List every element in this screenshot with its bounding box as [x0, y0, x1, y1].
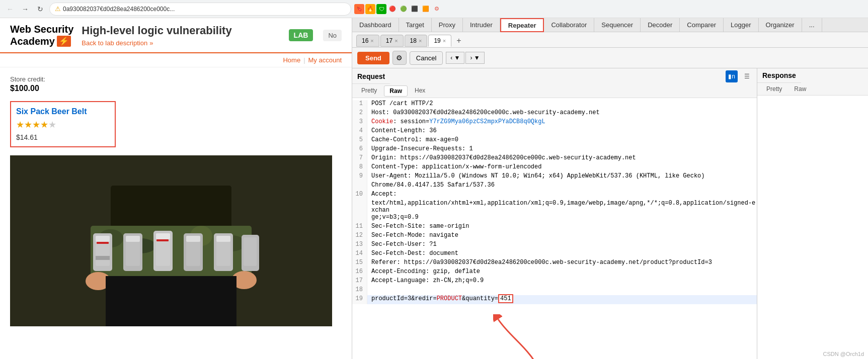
- request-tab-raw[interactable]: Raw: [384, 85, 408, 97]
- menu-comparer[interactable]: Comparer: [680, 18, 724, 32]
- indent-button[interactable]: ☰: [741, 70, 753, 82]
- request-code-content[interactable]: 1 POST /cart HTTP/2 2 Host: 0a930082037€…: [352, 98, 757, 359]
- address-bar[interactable]: ⚠ 0a930082037€d0d28ea2486200ce000c...: [49, 3, 351, 16]
- request-panel-title: Request: [352, 69, 390, 84]
- repeater-tab-18[interactable]: 18 ×: [405, 35, 428, 47]
- request-tab-pretty[interactable]: Pretty: [356, 85, 382, 97]
- svg-rect-13: [126, 236, 140, 242]
- svg-rect-24: [244, 237, 257, 266]
- repeater-tab-19[interactable]: 19 ×: [428, 35, 451, 47]
- svg-rect-16: [156, 233, 170, 239]
- back-button[interactable]: ←: [4, 3, 16, 15]
- security-warning-icon: ⚠: [55, 5, 61, 13]
- web-panel: Web Security Academy ⚡ High-level logic …: [0, 18, 352, 359]
- forward-button[interactable]: →: [19, 3, 31, 15]
- cancel-button[interactable]: Cancel: [410, 51, 443, 65]
- burp-menu-bar: Dashboard Target Proxy Intruder Repeater…: [352, 18, 868, 32]
- store-credit-value: $100.00: [10, 84, 342, 93]
- menu-target[interactable]: Target: [399, 18, 432, 32]
- product-stars: ★★★★★: [16, 119, 110, 130]
- close-tab-18[interactable]: ×: [419, 38, 422, 44]
- close-tab-16[interactable]: ×: [370, 38, 373, 44]
- code-line-12: 12 Sec-Fetch-Mode: navigate: [352, 232, 757, 241]
- extension-icon-8[interactable]: ⚙: [432, 4, 442, 14]
- annotation-block: 挑选其他商品加入购物车，数量修改，使得购物车总价格为最小正数: [463, 314, 625, 359]
- word-wrap-button[interactable]: ▮n: [726, 70, 738, 82]
- code-line-7: 7 Origin: https://0a930082037€d0d28ea248…: [352, 154, 757, 163]
- menu-collaborator[interactable]: Collaborator: [544, 18, 594, 32]
- repeater-tabs: 16 × 17 × 18 × 19 × +: [352, 32, 868, 48]
- wsa-logo: Web Security Academy ⚡: [10, 23, 73, 47]
- annotation-arrow-svg: [493, 314, 574, 359]
- filled-stars: ★★★★: [16, 120, 48, 130]
- web-nav: Home | My account: [0, 53, 352, 67]
- repeater-tab-16[interactable]: 16 ×: [356, 35, 379, 47]
- menu-dashboard[interactable]: Dashboard: [352, 18, 399, 32]
- quantity-value[interactable]: 451: [498, 294, 513, 303]
- svg-rect-29: [106, 276, 236, 326]
- code-line-10c: ge;v=b3;q=0.9: [352, 214, 757, 223]
- code-line-15: 15 Referer: https://0a930082037€d0d28ea2…: [352, 259, 757, 268]
- product-card[interactable]: Six Pack Beer Belt ★★★★★ $14.61: [10, 101, 116, 147]
- response-tab-pretty[interactable]: Pretty: [761, 84, 787, 94]
- my-account-link[interactable]: My account: [308, 56, 342, 64]
- code-line-5: 5 Cache-Control: max-age=0: [352, 136, 757, 145]
- burp-panel: Dashboard Target Proxy Intruder Repeater…: [352, 18, 868, 359]
- lab-badge: LAB: [289, 29, 313, 41]
- repeater-tab-17[interactable]: 17 ×: [380, 35, 404, 47]
- reload-button[interactable]: ↻: [34, 3, 46, 15]
- prev-arrow-button[interactable]: ‹ ▼: [446, 52, 464, 64]
- repeater-toolbar: Send ⚙ Cancel ‹ ▼ › ▼: [352, 48, 868, 68]
- store-credit-label: Store credit:: [10, 75, 342, 83]
- page-title: High-level logic vulnerability: [82, 24, 280, 37]
- product-image: [10, 155, 332, 326]
- menu-more[interactable]: ...: [802, 18, 822, 32]
- extension-icon-4[interactable]: 🔴: [387, 4, 398, 14]
- code-line-19: 19 productId=3&redir=PRODUCT&quantity=45…: [352, 295, 757, 304]
- browser-chrome: ← → ↻ ⚠ 0a930082037€d0d28ea2486200ce000c…: [0, 0, 868, 18]
- extension-icon-6[interactable]: ⬛: [410, 4, 420, 14]
- request-response-area: Request ▮n ☰ Pretty Raw Hex 1 POST /cart…: [352, 68, 868, 359]
- request-panel: Request ▮n ☰ Pretty Raw Hex 1 POST /cart…: [352, 68, 757, 359]
- response-panel: Response Pretty Raw: [757, 68, 868, 359]
- close-tab-17[interactable]: ×: [394, 38, 398, 44]
- svg-rect-19: [186, 236, 200, 242]
- code-line-2: 2 Host: 0a930082037€d0d28ea2486200ce000c…: [352, 109, 757, 118]
- wsa-title-section: High-level logic vulnerability Back to l…: [82, 24, 280, 47]
- extension-icon-3[interactable]: 🛡: [376, 4, 386, 14]
- csdn-watermark: CSDN @Orch1d: [823, 351, 864, 357]
- response-tab-raw[interactable]: Raw: [789, 84, 811, 94]
- menu-organizer[interactable]: Organizer: [759, 18, 802, 32]
- svg-rect-10: [96, 256, 110, 260]
- menu-repeater[interactable]: Repeater: [500, 18, 544, 32]
- menu-sequencer[interactable]: Sequencer: [594, 18, 641, 32]
- code-line-11: 11 Sec-Fetch-Site: same-origin: [352, 223, 757, 232]
- beer-belt-svg: [10, 155, 332, 326]
- extension-icon-7[interactable]: 🟧: [421, 4, 431, 14]
- code-line-4: 4 Content-Length: 36: [352, 127, 757, 136]
- request-panel-tabs: Pretty Raw Hex: [352, 84, 757, 98]
- add-tab-button[interactable]: +: [452, 34, 465, 47]
- code-line-8: 8 Content-Type: application/x-www-form-u…: [352, 163, 757, 172]
- menu-logger[interactable]: Logger: [724, 18, 758, 32]
- browser-extension-icons: 🔖 🔥 🛡 🔴 🟢 ⬛ 🟧 ⚙: [354, 4, 442, 14]
- svg-rect-9: [96, 236, 110, 242]
- code-line-13: 13 Sec-Fetch-User: ?1: [352, 241, 757, 250]
- next-arrow-button[interactable]: › ▼: [465, 52, 484, 64]
- close-tab-19[interactable]: ×: [443, 38, 446, 44]
- menu-proxy[interactable]: Proxy: [432, 18, 463, 32]
- svg-rect-25: [97, 242, 109, 244]
- back-to-lab-link[interactable]: Back to lab description »: [82, 39, 280, 47]
- menu-intruder[interactable]: Intruder: [463, 18, 500, 32]
- extension-icon-2[interactable]: 🔥: [365, 4, 375, 14]
- wsa-header: Web Security Academy ⚡ High-level logic …: [0, 18, 352, 53]
- extension-icon-1[interactable]: 🔖: [354, 4, 364, 14]
- menu-decoder[interactable]: Decoder: [641, 18, 680, 32]
- extension-icon-5[interactable]: 🟢: [399, 4, 409, 14]
- settings-button[interactable]: ⚙: [392, 51, 407, 65]
- request-tab-hex[interactable]: Hex: [410, 85, 430, 97]
- product-name[interactable]: Six Pack Beer Belt: [16, 107, 110, 116]
- send-button[interactable]: Send: [357, 52, 389, 64]
- home-link[interactable]: Home: [283, 56, 300, 64]
- url-text: 0a930082037€d0d28ea2486200ce000c...: [63, 6, 346, 13]
